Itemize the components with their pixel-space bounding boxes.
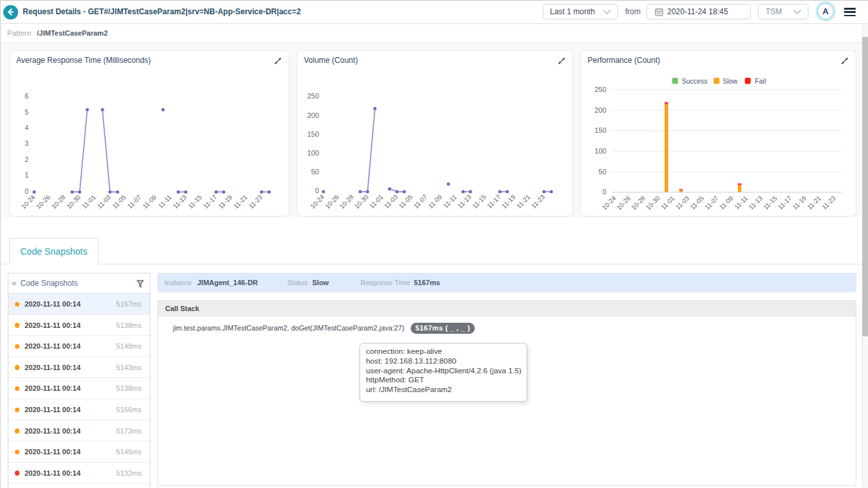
svg-text:10-26: 10-26 xyxy=(35,193,52,210)
svg-text:11-15: 11-15 xyxy=(187,193,203,210)
svg-text:10-30: 10-30 xyxy=(645,194,661,211)
svg-text:Success: Success xyxy=(682,77,708,85)
svg-text:11-05: 11-05 xyxy=(398,193,415,210)
svg-text:11-15: 11-15 xyxy=(762,194,779,211)
svg-text:200: 200 xyxy=(595,106,606,114)
svg-text:50: 50 xyxy=(599,168,606,176)
svg-text:11-19: 11-19 xyxy=(791,194,808,211)
svg-text:11-03: 11-03 xyxy=(383,193,400,210)
svg-text:11-13: 11-13 xyxy=(172,193,188,210)
svg-text:4: 4 xyxy=(25,124,29,132)
svg-text:150: 150 xyxy=(595,126,606,134)
svg-text:11-19: 11-19 xyxy=(500,193,517,210)
svg-text:6: 6 xyxy=(25,92,29,100)
svg-text:11-09: 11-09 xyxy=(718,194,735,211)
svg-text:11-23: 11-23 xyxy=(821,194,838,211)
svg-text:11-09: 11-09 xyxy=(427,193,444,210)
svg-text:5: 5 xyxy=(25,108,29,116)
svg-text:11-21: 11-21 xyxy=(232,193,249,210)
svg-text:11-23: 11-23 xyxy=(530,193,547,210)
svg-text:11-11: 11-11 xyxy=(733,194,749,211)
svg-text:11-13: 11-13 xyxy=(748,194,764,211)
svg-text:2: 2 xyxy=(25,156,29,163)
svg-text:11-11: 11-11 xyxy=(442,193,458,209)
svg-text:11-11: 11-11 xyxy=(157,193,173,209)
svg-text:10-24: 10-24 xyxy=(19,193,36,210)
svg-text:11-01: 11-01 xyxy=(80,193,97,210)
svg-text:11-19: 11-19 xyxy=(217,193,234,210)
svg-text:10-28: 10-28 xyxy=(630,194,646,211)
svg-text:11-01: 11-01 xyxy=(368,193,385,210)
svg-text:11-05: 11-05 xyxy=(689,194,705,211)
svg-text:11-01: 11-01 xyxy=(659,194,676,211)
svg-text:1: 1 xyxy=(25,171,29,179)
svg-text:10-28: 10-28 xyxy=(50,193,67,210)
svg-text:11-17: 11-17 xyxy=(777,194,794,211)
svg-text:10-28: 10-28 xyxy=(338,193,355,210)
svg-text:10-30: 10-30 xyxy=(353,193,370,210)
svg-text:100: 100 xyxy=(307,149,319,157)
svg-text:200: 200 xyxy=(307,111,319,119)
svg-text:0: 0 xyxy=(315,187,319,194)
svg-text:11-15: 11-15 xyxy=(471,193,488,210)
svg-text:11-05: 11-05 xyxy=(111,193,128,210)
svg-text:0: 0 xyxy=(602,188,606,196)
svg-text:150: 150 xyxy=(307,130,319,138)
svg-text:11-17: 11-17 xyxy=(202,193,219,210)
svg-text:11-07: 11-07 xyxy=(126,193,143,210)
svg-text:11-07: 11-07 xyxy=(412,193,429,210)
svg-text:3: 3 xyxy=(25,139,29,147)
svg-text:250: 250 xyxy=(595,86,606,93)
svg-text:50: 50 xyxy=(311,168,319,176)
svg-text:Slow: Slow xyxy=(723,77,738,85)
svg-text:0: 0 xyxy=(25,187,29,195)
svg-text:10-26: 10-26 xyxy=(324,193,341,210)
svg-text:11-17: 11-17 xyxy=(486,193,503,210)
svg-text:100: 100 xyxy=(595,147,606,155)
svg-text:11-03: 11-03 xyxy=(674,194,691,211)
svg-text:Fail: Fail xyxy=(755,77,766,85)
svg-text:10-24: 10-24 xyxy=(600,194,617,211)
svg-text:11-07: 11-07 xyxy=(703,194,720,211)
svg-text:10-30: 10-30 xyxy=(65,193,82,210)
svg-text:10-24: 10-24 xyxy=(309,193,326,210)
svg-text:11-03: 11-03 xyxy=(96,193,113,210)
svg-text:10-26: 10-26 xyxy=(615,194,632,211)
svg-text:11-21: 11-21 xyxy=(515,193,532,210)
svg-text:11-09: 11-09 xyxy=(141,193,158,210)
svg-text:11-23: 11-23 xyxy=(247,193,264,210)
svg-text:11-21: 11-21 xyxy=(806,194,823,211)
svg-text:11-13: 11-13 xyxy=(456,193,473,210)
svg-text:250: 250 xyxy=(307,92,319,100)
